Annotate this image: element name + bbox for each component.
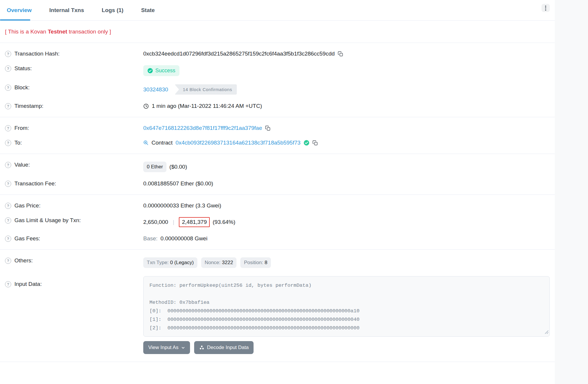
gas-fees-label-group: ? Gas Fees: — [5, 235, 143, 242]
input-data-label-group: ? Input Data: — [5, 276, 143, 287]
help-icon[interactable]: ? — [5, 181, 11, 187]
gas-fees-base-value: 0.000000008 Gwei — [161, 235, 208, 242]
others-label: Others: — [14, 257, 33, 264]
to-contract-prefix: Contract — [151, 140, 173, 146]
txn-type-badge: Txn Type: 0 (Legacy) — [143, 257, 197, 268]
row-transaction-fee: ? Transaction Fee: 0.0081885507 Ether ($… — [5, 176, 550, 191]
status-badge: Success — [143, 65, 179, 76]
tab-internal-txns-label: Internal Txns — [49, 7, 84, 14]
help-icon[interactable]: ? — [5, 162, 11, 168]
gas-price-label: Gas Price: — [14, 202, 41, 209]
timestamp-value: 1 min ago (Mar-11-2022 11:46:24 AM +UTC) — [152, 103, 262, 109]
tab-logs-label: Logs (1) — [102, 7, 124, 14]
gas-price-label-group: ? Gas Price: — [5, 202, 143, 209]
copy-icon[interactable] — [265, 125, 271, 131]
input-data-label: Input Data: — [14, 281, 42, 287]
row-value: ? Value: 0 Ether ($0.00) — [5, 157, 550, 176]
tab-logs[interactable]: Logs (1) — [95, 0, 130, 20]
testnet-notice-bold: Testnet — [48, 28, 67, 35]
copy-icon[interactable] — [338, 51, 343, 57]
section-addresses: ? From: 0x647e7168122263d8e7f81f17fff9c2… — [0, 117, 555, 154]
transaction-fee-label-group: ? Transaction Fee: — [5, 180, 143, 187]
status-label-group: ? Status: — [5, 65, 143, 72]
testnet-notice: [ This is a Kovan Testnet transaction on… — [0, 21, 555, 43]
section-value-fee: ? Value: 0 Ether ($0.00) ? Transaction F… — [0, 154, 555, 194]
input-data-textarea[interactable]: Function: performUpkeep(uint256 id, byte… — [143, 276, 550, 337]
block-number-link[interactable]: 30324830 — [143, 86, 168, 93]
row-status: ? Status: Success — [5, 61, 550, 80]
section-gas: ? Gas Price: 0.0000000033 Ether (3.3 Gwe… — [0, 195, 555, 249]
row-block: ? Block: 30324830 14 Block Confirmations — [5, 80, 550, 99]
help-icon[interactable]: ? — [5, 85, 11, 91]
transaction-detail-card: Overview Internal Txns Logs (1) State [ … — [0, 0, 555, 384]
position-value: 8 — [265, 260, 267, 266]
zoom-in-icon[interactable] — [143, 140, 149, 145]
from-label: From: — [14, 125, 29, 131]
status-label: Status: — [14, 65, 32, 72]
transaction-hash-value: 0xcb324eedcd1d07296fdf3d215a2865275f159c… — [143, 51, 335, 57]
view-input-as-button[interactable]: View Input As — [143, 341, 190, 354]
transaction-hash-label: Transaction Hash: — [14, 51, 59, 57]
check-circle-icon — [147, 68, 153, 73]
gas-limit-value: 2,650,000 — [143, 219, 168, 225]
gas-limit-separator: | — [171, 219, 176, 225]
gas-used-highlight-box: 2,481,379 — [179, 217, 210, 227]
txn-type-value: 0 (Legacy) — [170, 260, 194, 266]
block-label-group: ? Block: — [5, 84, 143, 91]
row-gas-fees: ? Gas Fees: Base: 0.000000008 Gwei — [5, 231, 550, 246]
transaction-hash-label-group: ? Transaction Hash: — [5, 51, 143, 57]
help-icon[interactable]: ? — [5, 125, 11, 131]
help-icon[interactable]: ? — [5, 236, 11, 242]
to-label: To: — [14, 140, 22, 146]
help-icon[interactable]: ? — [5, 51, 11, 57]
divider — [0, 362, 555, 362]
help-icon[interactable]: ? — [5, 258, 11, 264]
row-input-data: ? Input Data: Function: performUpkeep(ui… — [5, 272, 550, 358]
others-label-group: ? Others: — [5, 257, 143, 264]
nonce-value: 3222 — [222, 260, 233, 266]
help-icon[interactable]: ? — [5, 66, 11, 72]
value-usd: ($0.00) — [169, 164, 187, 170]
clock-icon — [143, 103, 149, 109]
gas-used-percent: (93.64%) — [213, 219, 235, 225]
help-icon[interactable]: ? — [5, 140, 11, 146]
tab-internal-txns[interactable]: Internal Txns — [43, 0, 91, 20]
row-to: ? To: Contract 0x4cb093f226983713164a621… — [5, 135, 550, 150]
row-transaction-hash: ? Transaction Hash: 0xcb324eedcd1d07296f… — [5, 46, 550, 61]
gas-limit-label: Gas Limit & Usage by Txn: — [14, 217, 81, 224]
decode-input-data-button[interactable]: Decode Input Data — [194, 341, 254, 354]
kebab-menu-icon[interactable] — [542, 4, 550, 12]
section-overview-top: ? Transaction Hash: 0xcb324eedcd1d07296f… — [0, 43, 555, 117]
input-data-text: Function: performUpkeep(uint256 id, byte… — [149, 281, 544, 332]
timestamp-label: Timestamp: — [14, 103, 44, 109]
row-gas-limit-usage: ? Gas Limit & Usage by Txn: 2,650,000 | … — [5, 213, 550, 231]
gas-price-value: 0.0000000033 Ether (3.3 Gwei) — [143, 202, 221, 209]
value-label-group: ? Value: — [5, 162, 143, 168]
to-address-link[interactable]: 0x4cb093f226983713164a62138c3f718a5b595f… — [176, 140, 301, 146]
timestamp-label-group: ? Timestamp: — [5, 103, 143, 109]
value-badge: 0 Ether — [143, 162, 166, 172]
help-icon[interactable]: ? — [5, 217, 11, 224]
input-data-actions: View Input As Decode Input Data — [143, 341, 550, 354]
help-icon[interactable]: ? — [5, 203, 11, 209]
resize-handle-icon[interactable] — [545, 329, 549, 336]
from-address-link[interactable]: 0x647e7168122263d8e7f81f17fff9c2f1aa379f… — [143, 125, 262, 131]
help-icon[interactable]: ? — [5, 281, 11, 287]
position-key: Position: — [244, 260, 263, 266]
gas-fees-base-label: Base: — [143, 235, 158, 242]
tab-overview[interactable]: Overview — [0, 0, 39, 20]
txn-type-key: Txn Type: — [147, 260, 169, 266]
block-label: Block: — [14, 84, 30, 91]
help-icon[interactable]: ? — [5, 103, 11, 109]
nonce-key: Nonce: — [205, 260, 221, 266]
gas-limit-label-group: ? Gas Limit & Usage by Txn: — [5, 217, 143, 224]
tab-state-label: State — [141, 7, 155, 14]
tab-state[interactable]: State — [134, 0, 161, 20]
value-label: Value: — [14, 162, 30, 168]
decode-input-data-label: Decode Input Data — [207, 345, 249, 351]
position-badge: Position: 8 — [240, 257, 271, 268]
copy-icon[interactable] — [312, 140, 318, 146]
to-label-group: ? To: — [5, 140, 143, 146]
transaction-fee-value: 0.0081885507 Ether ($0.00) — [143, 180, 213, 187]
tab-overview-label: Overview — [7, 7, 32, 14]
